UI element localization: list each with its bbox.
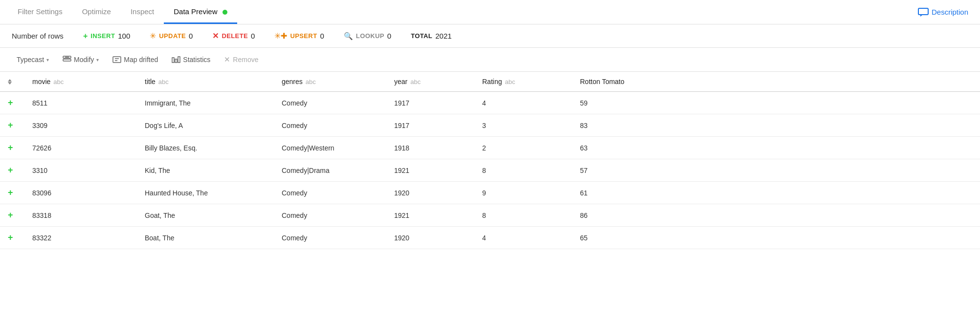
insert-summary: + INSERT 100 (83, 32, 130, 41)
total-label: TOTAL (411, 32, 432, 40)
cell-movie: 8511 (24, 92, 137, 114)
chat-icon (918, 8, 929, 17)
tab-optimize[interactable]: Optimize (72, 0, 121, 24)
cell-rating: 9 (474, 182, 572, 204)
table-row[interactable]: +72626Billy Blazes, Esq.Comedy|Western19… (0, 137, 980, 159)
table-row[interactable]: +3309Dog's Life, AComedy1917383 (0, 114, 980, 137)
cell-year: 1920 (386, 182, 474, 204)
description-button[interactable]: Description (918, 8, 968, 17)
tab-data-preview[interactable]: Data Preview (164, 0, 237, 24)
delete-count: 0 (251, 32, 255, 40)
number-of-rows-label: Number of rows (12, 32, 64, 40)
table-row[interactable]: +83096Haunted House, TheComedy1920961 (0, 182, 980, 204)
sort-icon-marker[interactable] (8, 79, 12, 85)
cell-genres: Comedy (274, 114, 386, 137)
total-count: 2021 (435, 32, 451, 40)
cell-tomato: 63 (572, 137, 980, 159)
toolbar: Typecast ▾ Modify ▾ Map drifted Statisti… (0, 48, 980, 72)
row-insert-marker: + (0, 114, 24, 137)
cell-title: Immigrant, The (137, 92, 274, 114)
cell-rating: 3 (474, 114, 572, 137)
update-icon: ✳ (150, 31, 156, 41)
delete-label: DELETE (222, 32, 248, 40)
modify-icon (63, 56, 71, 64)
summary-bar: Number of rows + INSERT 100 ✳ UPDATE 0 ✕… (0, 24, 980, 48)
data-table: movie abc title abc genres abc (0, 72, 980, 249)
upsert-count: 0 (320, 32, 324, 40)
cell-rating: 8 (474, 204, 572, 227)
col-header-rating[interactable]: Rating abc (474, 72, 572, 92)
cell-genres: Comedy (274, 182, 386, 204)
modify-chevron-icon: ▾ (96, 57, 99, 63)
cell-title: Goat, The (137, 204, 274, 227)
statistics-icon (172, 56, 180, 64)
cell-movie: 83318 (24, 204, 137, 227)
table-row[interactable]: +83318Goat, TheComedy1921886 (0, 204, 980, 227)
lookup-summary: 🔍 LOOKUP 0 (344, 32, 391, 41)
total-summary: TOTAL 2021 (411, 32, 451, 40)
row-insert-marker: + (0, 159, 24, 182)
cell-genres: Comedy (274, 204, 386, 227)
cell-rating: 8 (474, 159, 572, 182)
cell-genres: Comedy (274, 92, 386, 114)
tab-inspect[interactable]: Inspect (121, 0, 164, 24)
svg-rect-8 (175, 59, 177, 63)
row-insert-marker: + (0, 182, 24, 204)
insert-count: 100 (118, 32, 130, 40)
col-header-genres[interactable]: genres abc (274, 72, 386, 92)
cell-year: 1920 (386, 227, 474, 249)
cell-tomato: 83 (572, 114, 980, 137)
data-table-container[interactable]: movie abc title abc genres abc (0, 72, 980, 314)
update-count: 0 (189, 32, 193, 40)
table-body: +8511Immigrant, TheComedy1917459+3309Dog… (0, 92, 980, 249)
cell-movie: 83096 (24, 182, 137, 204)
tab-filter-settings[interactable]: Filter Settings (8, 0, 72, 24)
col-header-year[interactable]: year abc (386, 72, 474, 92)
row-insert-marker: + (0, 92, 24, 114)
insert-label: INSERT (90, 32, 115, 40)
cell-movie: 3310 (24, 159, 137, 182)
typecast-chevron-icon: ▾ (46, 57, 49, 63)
cell-year: 1921 (386, 159, 474, 182)
col-header-title[interactable]: title abc (137, 72, 274, 92)
statistics-button[interactable]: Statistics (167, 53, 215, 66)
table-row[interactable]: +8511Immigrant, TheComedy1917459 (0, 92, 980, 114)
table-row[interactable]: +3310Kid, TheComedy|Drama1921857 (0, 159, 980, 182)
cell-genres: Comedy|Western (274, 137, 386, 159)
map-drifted-button[interactable]: Map drifted (108, 53, 163, 66)
table-row[interactable]: +83322Boat, TheComedy1920465 (0, 227, 980, 249)
cell-rating: 2 (474, 137, 572, 159)
cell-year: 1918 (386, 137, 474, 159)
upsert-summary: ✳✚ UPSERT 0 (274, 31, 324, 41)
cell-rating: 4 (474, 227, 572, 249)
cell-year: 1917 (386, 92, 474, 114)
cell-tomato: 61 (572, 182, 980, 204)
statistics-label: Statistics (183, 56, 210, 64)
cell-movie: 72626 (24, 137, 137, 159)
col-header-tomato[interactable]: Rotton Tomato (572, 72, 980, 92)
insert-icon: + (83, 32, 88, 41)
cell-genres: Comedy (274, 227, 386, 249)
svg-rect-2 (63, 59, 71, 61)
cell-title: Dog's Life, A (137, 114, 274, 137)
cell-title: Kid, The (137, 159, 274, 182)
cell-title: Billy Blazes, Esq. (137, 137, 274, 159)
svg-rect-4 (113, 57, 121, 63)
row-insert-marker: + (0, 204, 24, 227)
cell-year: 1917 (386, 114, 474, 137)
cell-tomato: 59 (572, 92, 980, 114)
upsert-label: UPSERT (290, 32, 317, 40)
update-label: UPDATE (159, 32, 186, 40)
map-drifted-label: Map drifted (124, 56, 158, 64)
cell-movie: 3309 (24, 114, 137, 137)
col-header-movie[interactable]: movie abc (24, 72, 137, 92)
lookup-count: 0 (387, 32, 391, 40)
remove-button[interactable]: ✕ Remove (219, 53, 263, 66)
delete-summary: ✕ DELETE 0 (212, 31, 255, 41)
cell-title: Boat, The (137, 227, 274, 249)
typecast-button[interactable]: Typecast ▾ (12, 53, 54, 66)
col-header-marker[interactable] (0, 72, 24, 92)
modify-button[interactable]: Modify ▾ (58, 53, 104, 66)
lookup-label: LOOKUP (356, 32, 384, 40)
lookup-icon: 🔍 (344, 32, 353, 41)
